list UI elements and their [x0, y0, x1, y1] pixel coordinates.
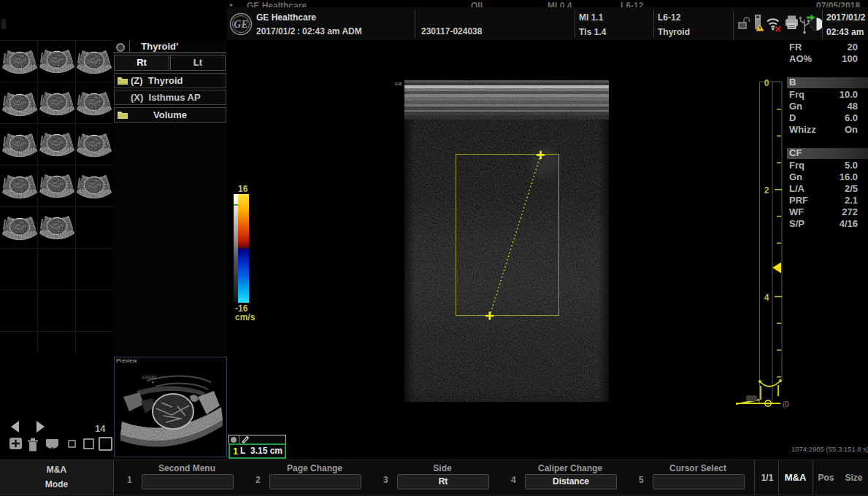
- svg-text:4: 4: [764, 292, 769, 303]
- svg-text:▼: ▼: [151, 380, 155, 384]
- svg-text:0: 0: [764, 78, 769, 88]
- svg-text:(0: (0: [783, 400, 789, 408]
- svg-text:2: 2: [764, 185, 769, 195]
- svg-text:LOGIQ: LOGIQ: [142, 375, 156, 379]
- svg-text:GE: GE: [234, 19, 247, 30]
